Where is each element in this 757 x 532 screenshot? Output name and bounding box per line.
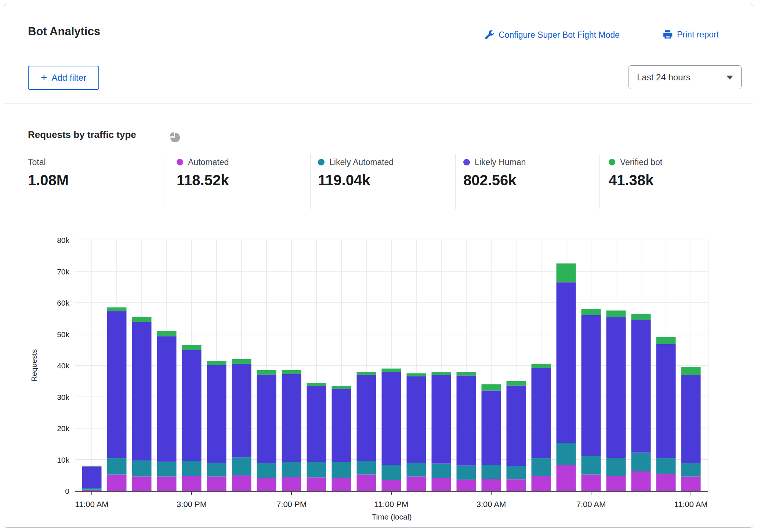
bar-segment-likely-human[interactable] [232, 364, 251, 458]
bar-segment-likely-human[interactable] [656, 344, 676, 458]
bar-segment-verified-bot[interactable] [482, 384, 501, 390]
bar-segment-likely-automated[interactable] [332, 462, 351, 478]
bar-segment-automated[interactable] [282, 477, 301, 491]
bar-segment-likely-automated[interactable] [407, 463, 426, 477]
bar-segment-likely-human[interactable] [582, 315, 601, 456]
bar-segment-likely-human[interactable] [407, 376, 426, 463]
bar-segment-verified-bot[interactable] [182, 345, 202, 350]
bar-segment-verified-bot[interactable] [532, 364, 551, 368]
bar-segment-likely-automated[interactable] [357, 461, 376, 475]
bar-segment-automated[interactable] [407, 477, 426, 491]
bar-segment-verified-bot[interactable] [282, 370, 301, 374]
bar-segment-automated[interactable] [307, 477, 326, 491]
bar-segment-verified-bot[interactable] [307, 383, 326, 386]
bar-segment-automated[interactable] [482, 479, 501, 491]
bar-segment-likely-human[interactable] [357, 375, 376, 461]
bar-segment-automated[interactable] [107, 475, 127, 491]
bar-segment-automated[interactable] [157, 477, 177, 491]
bar-segment-likely-automated[interactable] [457, 466, 476, 480]
bar-segment-likely-human[interactable] [82, 466, 102, 488]
bar-segment-likely-automated[interactable] [82, 488, 102, 489]
bar-segment-verified-bot[interactable] [457, 372, 476, 375]
bar-segment-likely-automated[interactable] [232, 458, 251, 476]
bar-segment-likely-automated[interactable] [182, 461, 202, 476]
bar-segment-automated[interactable] [82, 490, 102, 491]
bar-segment-likely-human[interactable] [207, 365, 227, 463]
bar-segment-automated[interactable] [132, 477, 152, 491]
bar-segment-likely-human[interactable] [432, 375, 451, 464]
bar-segment-likely-human[interactable] [282, 374, 301, 462]
bar-segment-likely-human[interactable] [257, 375, 276, 463]
bar-segment-likely-automated[interactable] [207, 463, 227, 477]
bar-segment-likely-human[interactable] [681, 375, 701, 463]
bar-segment-verified-bot[interactable] [357, 372, 376, 375]
bar-segment-automated[interactable] [582, 475, 601, 491]
bar-segment-automated[interactable] [557, 465, 576, 491]
bar-segment-likely-automated[interactable] [157, 462, 177, 476]
bar-segment-likely-automated[interactable] [507, 466, 526, 479]
bar-segment-automated[interactable] [457, 480, 476, 491]
bar-segment-automated[interactable] [182, 476, 202, 491]
bar-segment-likely-automated[interactable] [257, 463, 276, 478]
bar-segment-likely-automated[interactable] [606, 458, 626, 476]
bar-segment-likely-human[interactable] [182, 350, 202, 461]
bar-segment-verified-bot[interactable] [557, 263, 576, 282]
bar-segment-verified-bot[interactable] [432, 372, 451, 375]
bar-segment-likely-human[interactable] [606, 317, 626, 458]
bar-segment-verified-bot[interactable] [132, 317, 152, 322]
bar-segment-verified-bot[interactable] [631, 314, 651, 320]
bar-segment-automated[interactable] [257, 478, 276, 491]
bar-segment-likely-human[interactable] [382, 372, 401, 465]
bar-segment-verified-bot[interactable] [157, 331, 177, 336]
bar-segment-automated[interactable] [207, 477, 227, 491]
bar-segment-automated[interactable] [232, 475, 251, 491]
bar-segment-likely-automated[interactable] [282, 462, 301, 477]
bar-segment-automated[interactable] [656, 474, 676, 491]
bar-segment-likely-automated[interactable] [382, 465, 401, 480]
bar-segment-likely-human[interactable] [631, 320, 651, 453]
bar-segment-likely-human[interactable] [157, 336, 177, 462]
bar-segment-likely-automated[interactable] [681, 463, 701, 477]
bar-segment-likely-automated[interactable] [132, 460, 152, 477]
bar-segment-likely-human[interactable] [107, 311, 127, 458]
bar-segment-likely-human[interactable] [132, 322, 152, 460]
bar-segment-automated[interactable] [432, 478, 451, 491]
bar-segment-automated[interactable] [507, 479, 526, 491]
bar-segment-verified-bot[interactable] [207, 361, 227, 365]
bar-segment-verified-bot[interactable] [257, 370, 276, 375]
bar-segment-verified-bot[interactable] [407, 373, 426, 376]
bar-segment-automated[interactable] [382, 480, 401, 491]
bar-segment-automated[interactable] [532, 476, 551, 491]
bar-segment-verified-bot[interactable] [582, 309, 601, 315]
bar-segment-likely-human[interactable] [457, 375, 476, 465]
bar-segment-automated[interactable] [332, 478, 351, 491]
bar-segment-likely-human[interactable] [307, 386, 326, 462]
bar-segment-automated[interactable] [681, 477, 701, 491]
bar-segment-likely-human[interactable] [332, 389, 351, 462]
bar-segment-verified-bot[interactable] [606, 310, 626, 317]
bar-segment-likely-automated[interactable] [532, 458, 551, 476]
bar-segment-likely-human[interactable] [507, 386, 526, 466]
bar-segment-verified-bot[interactable] [507, 381, 526, 386]
bar-segment-automated[interactable] [357, 475, 376, 491]
bar-segment-verified-bot[interactable] [656, 337, 676, 344]
bar-segment-likely-human[interactable] [557, 282, 576, 443]
bar-segment-likely-human[interactable] [532, 368, 551, 458]
bar-segment-likely-automated[interactable] [307, 462, 326, 477]
bar-segment-verified-bot[interactable] [681, 367, 701, 375]
bar-segment-likely-automated[interactable] [656, 458, 676, 474]
bar-segment-automated[interactable] [606, 476, 626, 491]
bar-segment-likely-automated[interactable] [631, 453, 651, 471]
bar-segment-verified-bot[interactable] [232, 359, 251, 364]
bar-segment-likely-automated[interactable] [482, 465, 501, 479]
bar-segment-likely-automated[interactable] [432, 464, 451, 478]
bar-segment-likely-human[interactable] [482, 390, 501, 465]
bar-segment-likely-automated[interactable] [107, 458, 127, 474]
bar-segment-verified-bot[interactable] [382, 369, 401, 372]
requests-by-traffic-type-chart[interactable]: 010k20k30k40k50k60k70k80k11:00 AM3:00 PM… [0, 0, 757, 532]
bar-segment-verified-bot[interactable] [107, 307, 127, 311]
bar-segment-verified-bot[interactable] [82, 466, 102, 467]
bar-segment-automated[interactable] [631, 471, 651, 491]
bar-segment-likely-automated[interactable] [582, 456, 601, 474]
bar-segment-verified-bot[interactable] [332, 386, 351, 389]
